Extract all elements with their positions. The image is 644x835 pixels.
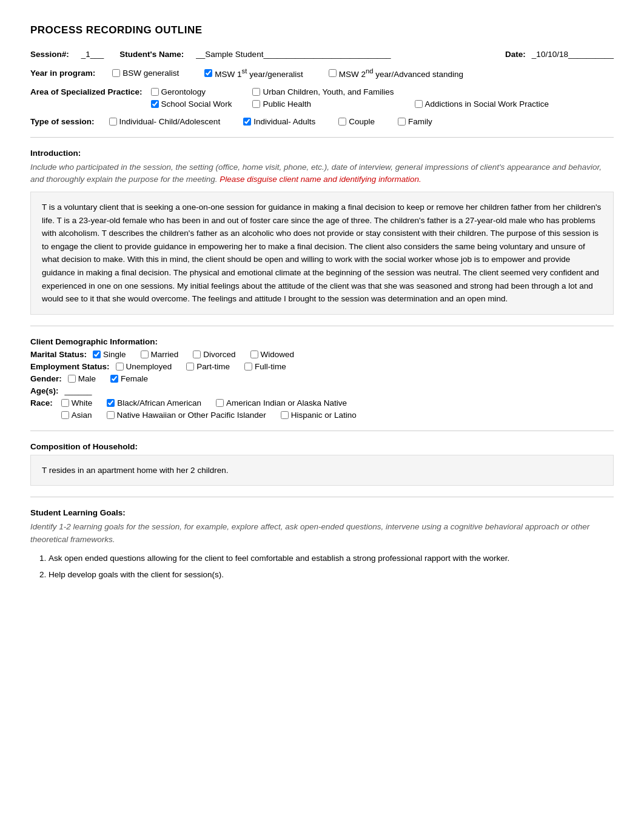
gender-row: Gender: Male Female [30,374,614,383]
full-time-option[interactable]: Full-time [244,362,286,371]
learning-goals-instruction: Identify 1-2 learning goals for the sess… [30,521,614,546]
introduction-instruction: Include who participated in the session,… [30,161,614,186]
bsw-checkbox[interactable] [112,69,120,77]
date-value: _10/10/18__________ [532,50,614,59]
addictions-checkbox[interactable] [415,100,423,108]
introduction-title: Introduction: [30,149,614,158]
divider-2 [30,326,614,326]
male-option[interactable]: Male [68,374,96,383]
married-option[interactable]: Married [141,350,179,359]
single-checkbox[interactable] [93,350,101,358]
divider-3 [30,431,614,431]
gero-option[interactable]: Gerontology [151,87,232,96]
full-time-checkbox[interactable] [244,363,252,371]
hispanic-option[interactable]: Hispanic or Latino [281,411,357,420]
american-indian-option[interactable]: American Indian or Alaska Native [216,398,347,407]
unemployed-option[interactable]: Unemployed [116,362,172,371]
widowed-checkbox[interactable] [250,350,258,358]
white-checkbox[interactable] [61,399,69,407]
student-name: __Sample Student________________________… [196,50,391,59]
session-label: Session#: [30,50,69,59]
black-option[interactable]: Black/African American [107,398,201,407]
school-option[interactable]: School Social Work [151,99,232,109]
session-header-row: Session#: _1___ Student's Name: __Sample… [30,50,614,59]
pacific-checkbox[interactable] [107,411,115,419]
race-label: Race: [30,398,53,407]
list-item: Help develop goals with the client for s… [49,568,614,582]
area-of-practice-row: Area of Specialized Practice: Gerontolog… [30,87,614,109]
couple-checkbox[interactable] [338,118,346,126]
school-checkbox[interactable] [151,100,159,108]
divider-4 [30,497,614,497]
list-item: Ask open ended questions allowing for th… [49,552,614,566]
black-checkbox[interactable] [107,399,115,407]
employment-status-label: Employment Status: [30,362,110,371]
age-value: ______ [65,386,92,395]
composition-content: T resides in an apartment home with her … [30,455,614,486]
employment-status-row: Employment Status: Unemployed Part-time … [30,362,614,371]
race-row-1: White Black/African American American In… [61,398,367,407]
married-checkbox[interactable] [141,350,149,358]
msw2-option[interactable]: MSW 2nd year/Advanced standing [329,67,463,79]
family-checkbox[interactable] [398,118,406,126]
family-option[interactable]: Family [398,117,432,126]
urban-checkbox[interactable] [252,88,260,96]
female-option[interactable]: Female [110,374,148,383]
composition-title: Composition of Household: [30,442,614,451]
client-demographic-title: Client Demographic Information: [30,337,614,346]
race-row-2: Asian Native Hawaiian or Other Pacific I… [61,411,367,420]
widowed-option[interactable]: Widowed [250,350,295,359]
hispanic-checkbox[interactable] [281,411,289,419]
marital-status-row: Marital Status: Single Married Divorced … [30,350,614,359]
page-title: PROCESS RECORDING OUTLINE [30,24,614,36]
date-label: Date: [505,50,526,59]
individual-adult-option[interactable]: Individual- Adults [243,117,315,126]
unemployed-checkbox[interactable] [116,363,124,371]
student-label: Student's Name: [119,50,184,59]
female-checkbox[interactable] [110,375,118,383]
type-of-session-row: Type of session: Individual- Child/Adole… [30,117,614,126]
area-of-practice-label: Area of Specialized Practice: [30,87,143,96]
type-of-session-label: Type of session: [30,117,95,126]
msw1-option[interactable]: MSW 1st year/generalist [204,67,303,79]
pacific-option[interactable]: Native Hawaiian or Other Pacific Islande… [107,411,266,420]
american-indian-checkbox[interactable] [216,399,224,407]
couple-option[interactable]: Couple [338,117,375,126]
introduction-content: T is a voluntary client that is seeking … [30,192,614,315]
year-in-program-label: Year in program: [30,69,95,78]
gender-label: Gender: [30,374,62,383]
part-time-option[interactable]: Part-time [186,362,230,371]
individual-child-checkbox[interactable] [109,118,117,126]
addictions-option[interactable]: Addictions in Social Work Practice [415,99,549,109]
age-row: Age(s): ______ [30,386,614,395]
divorced-checkbox[interactable] [193,350,201,358]
marital-status-label: Marital Status: [30,350,87,359]
msw1-checkbox[interactable] [204,69,212,77]
urban-option[interactable]: Urban Children, Youth, and Families [252,87,394,96]
single-option[interactable]: Single [93,350,126,359]
divider-1 [30,137,614,138]
divorced-option[interactable]: Divorced [193,350,235,359]
session-number: _1___ [81,50,104,59]
age-label: Age(s): [30,386,59,395]
asian-checkbox[interactable] [61,411,69,419]
learning-goals-list: Ask open ended questions allowing for th… [30,552,614,582]
part-time-checkbox[interactable] [186,363,194,371]
msw2-checkbox[interactable] [329,69,337,77]
male-checkbox[interactable] [68,375,76,383]
public-option[interactable]: Public Health [252,99,394,109]
asian-option[interactable]: Asian [61,411,92,420]
public-checkbox[interactable] [252,100,260,108]
white-option[interactable]: White [61,398,93,407]
individual-child-option[interactable]: Individual- Child/Adolescent [109,117,221,126]
year-in-program-row: Year in program: BSW generalist MSW 1st … [30,67,614,79]
learning-goals-title: Student Learning Goals: [30,508,614,517]
bsw-option[interactable]: BSW generalist [112,69,179,78]
race-section: Race: White Black/African American Ameri… [30,398,614,420]
gero-checkbox[interactable] [151,88,159,96]
individual-adult-checkbox[interactable] [243,118,251,126]
